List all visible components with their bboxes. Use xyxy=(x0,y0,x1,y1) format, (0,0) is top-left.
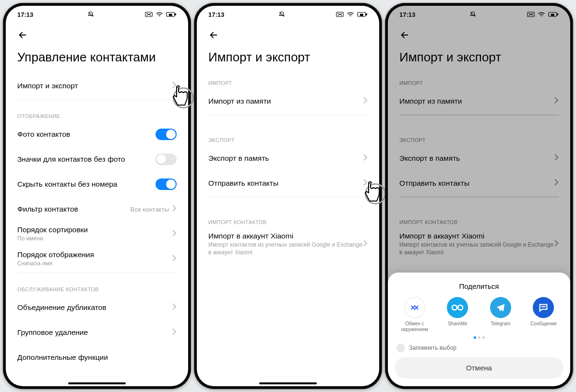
chevron-right-icon xyxy=(363,239,368,249)
row-label: Скрыть контакты без номера xyxy=(17,180,156,189)
row-label: Импорт из памяти xyxy=(208,97,363,106)
row-hide-no-number[interactable]: Скрыть контакты без номера xyxy=(17,172,177,197)
row-merge-duplicates[interactable]: Объединение дубликатов xyxy=(17,295,177,320)
shareme-icon xyxy=(447,297,468,318)
back-button[interactable] xyxy=(17,29,30,41)
share-app-telegram[interactable]: Telegram xyxy=(482,297,519,333)
toggle-contact-photos[interactable] xyxy=(156,129,177,140)
page-dots xyxy=(395,336,564,339)
chevron-right-icon xyxy=(172,328,177,337)
row-send-contacts[interactable]: Отправить контакты xyxy=(208,171,368,196)
sim-icon xyxy=(336,12,344,17)
checkbox-icon[interactable] xyxy=(396,344,405,352)
row-sub: Импорт контактов из учетных записей Goog… xyxy=(208,241,363,256)
row-group-delete[interactable]: Групповое удаление xyxy=(17,320,177,345)
row-label: Дополнительные функции xyxy=(17,353,177,362)
section-import: ИМПОРТ xyxy=(208,80,368,86)
section-display: ОТОБРАЖЕНИЕ xyxy=(17,113,177,119)
chevron-right-icon xyxy=(363,154,368,163)
messages-icon xyxy=(533,297,554,318)
wifi-icon xyxy=(156,12,163,17)
share-app-label: Обмен с окружением xyxy=(396,321,433,333)
row-export-memory[interactable]: Экспорт в память xyxy=(208,146,368,171)
chevron-right-icon xyxy=(172,204,177,214)
back-button[interactable] xyxy=(208,29,221,41)
row-sub: Сначала имя xyxy=(17,260,172,268)
row-extra[interactable]: Дополнительные функции xyxy=(17,345,177,370)
divider xyxy=(208,115,368,115)
section-import-contacts: ИМПОРТ КОНТАКТОВ xyxy=(208,219,368,225)
share-app-label: Telegram xyxy=(491,321,510,327)
svg-text:62: 62 xyxy=(169,13,172,16)
share-app-shareme[interactable]: ShareMe xyxy=(439,297,476,333)
chevron-right-icon xyxy=(172,254,177,264)
toggle-icons-no-photo[interactable] xyxy=(156,154,177,165)
share-app-label: ShareMe xyxy=(448,321,468,327)
row-sub: По имени xyxy=(17,235,172,243)
row-label: Импорт в аккаунт Xiaomi xyxy=(208,232,363,240)
home-indicator[interactable] xyxy=(68,382,126,384)
svg-rect-6 xyxy=(366,13,367,15)
row-filter[interactable]: Фильтр контактов Все контакты xyxy=(17,197,177,222)
row-label: Импорт и экспорт xyxy=(17,82,172,90)
row-import-export[interactable]: Импорт и экспорт xyxy=(17,73,177,98)
row-sort-order[interactable]: Порядок сортировки По имени xyxy=(17,222,177,247)
chevron-right-icon xyxy=(172,81,177,91)
remember-choice[interactable]: Запомнить выбор xyxy=(396,344,562,352)
chevron-right-icon xyxy=(363,178,368,188)
section-maintenance: ОБСЛУЖИВАНИЕ КОНТАКТОВ xyxy=(17,286,177,292)
page-title: Управление контактами xyxy=(17,50,177,65)
row-label: Фильтр контактов xyxy=(17,205,131,214)
row-label: Групповое удаление xyxy=(17,328,172,337)
battery-icon: 62 xyxy=(357,12,368,17)
cancel-button[interactable]: Отмена xyxy=(395,357,564,379)
row-label: Объединение дубликатов xyxy=(17,303,172,312)
row-contact-photos[interactable]: Фото контактов xyxy=(17,122,177,147)
chevron-right-icon xyxy=(363,96,368,106)
row-xiaomi-import[interactable]: Импорт в аккаунт Xiaomi Импорт контактов… xyxy=(208,228,368,260)
svg-rect-2 xyxy=(175,13,176,15)
share-app-messages[interactable]: Сообщения xyxy=(525,297,562,333)
toggle-hide-no-number[interactable] xyxy=(156,178,177,190)
header: Импорт и экспорт xyxy=(197,23,379,65)
home-indicator[interactable] xyxy=(259,382,317,384)
status-bar: 17:13 62 xyxy=(6,6,188,23)
row-label: Значки для контактов без фото xyxy=(17,155,156,164)
svg-point-12 xyxy=(452,305,457,310)
wifi-icon xyxy=(347,12,354,17)
svg-point-13 xyxy=(458,305,463,310)
page-title: Импорт и экспорт xyxy=(208,50,368,65)
share-sheet-title: Поделиться xyxy=(395,282,564,290)
svg-text:62: 62 xyxy=(360,13,363,16)
remember-label: Запомнить выбор xyxy=(409,344,456,351)
dnd-icon xyxy=(87,11,94,18)
divider xyxy=(208,197,368,197)
row-label: Порядок отображения xyxy=(17,250,172,259)
battery-icon: 62 xyxy=(166,12,177,17)
clock: 17:13 xyxy=(17,11,33,18)
status-bar: 17:13 62 xyxy=(197,6,379,23)
cancel-label: Отмена xyxy=(466,364,492,372)
row-icons-no-photo[interactable]: Значки для контактов без фото xyxy=(17,147,177,172)
share-app-label: Сообщения xyxy=(530,321,556,327)
row-label: Экспорт в память xyxy=(208,154,363,163)
chevron-right-icon xyxy=(172,303,177,312)
divider xyxy=(17,273,177,273)
chevron-right-icon xyxy=(172,229,177,239)
section-export: ЭКСПОРТ xyxy=(208,137,368,143)
dnd-icon xyxy=(278,11,285,18)
row-value: Все контакты xyxy=(131,206,169,213)
telegram-icon xyxy=(490,297,511,318)
header: Управление контактами xyxy=(6,23,188,65)
row-display-order[interactable]: Порядок отображения Сначала имя xyxy=(17,247,177,272)
share-sheet: Поделиться Обмен с окружением ShareMe xyxy=(388,273,570,386)
row-import-memory[interactable]: Импорт из памяти xyxy=(208,89,368,114)
clock: 17:13 xyxy=(208,11,224,18)
row-label: Фото контактов xyxy=(17,130,156,139)
share-app-nearby[interactable]: Обмен с окружением xyxy=(396,297,433,333)
divider xyxy=(17,99,177,100)
sim-icon xyxy=(145,12,153,17)
row-label: Порядок сортировки xyxy=(17,226,172,234)
nearby-share-icon xyxy=(404,297,425,318)
row-label: Отправить контакты xyxy=(208,179,363,188)
